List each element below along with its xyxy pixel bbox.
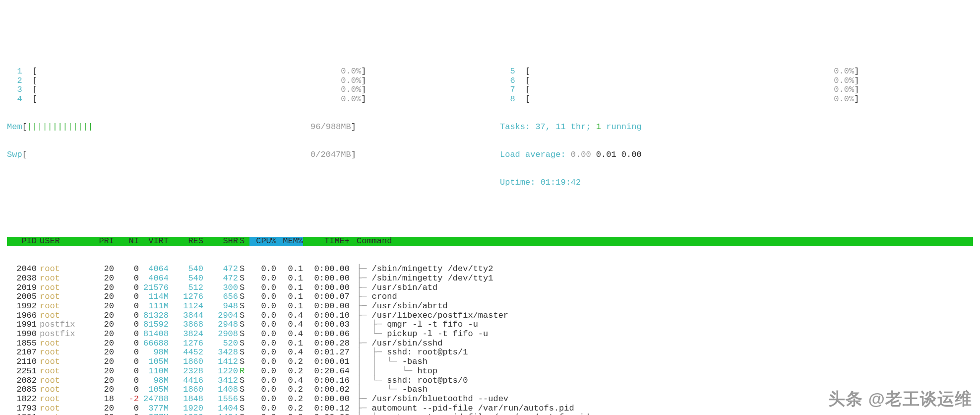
col-time[interactable]: TIME+ bbox=[303, 237, 350, 246]
swp-meter: Swp[ 0/2047MB] bbox=[7, 150, 480, 160]
col-user[interactable]: USER bbox=[37, 237, 89, 246]
table-row[interactable]: 1855root200666881276520S0.00.10:00.28├─ … bbox=[7, 339, 973, 348]
col-mem[interactable]: MEM% bbox=[276, 237, 303, 246]
table-row[interactable]: 1991postfix2008159238682948S0.00.40:00.0… bbox=[7, 320, 973, 330]
table-row[interactable]: 2019root20021576512300S0.00.10:00.00├─ /… bbox=[7, 283, 973, 293]
cpu-meter-2: 2 [ 0.0%] bbox=[7, 76, 480, 86]
table-row[interactable]: 1801root200377M19201404S0.00.20:00.00│ ├… bbox=[7, 413, 973, 415]
table-row[interactable]: 2085root200105M18601408S0.00.20:00.02│ └… bbox=[7, 385, 973, 395]
col-virt[interactable]: VIRT bbox=[139, 237, 169, 246]
table-row[interactable]: 1990postfix2008140838242908S0.00.40:00.0… bbox=[7, 330, 973, 339]
table-row[interactable]: 2040root2004064540472S0.00.10:00.00├─ /s… bbox=[7, 265, 973, 274]
table-row[interactable]: 2110root200105M18601412S0.00.20:00.01│ │… bbox=[7, 357, 973, 367]
cpu-meter-1: 1 [ 0.0%] bbox=[7, 67, 480, 76]
cpu-meter-3: 3 [ 0.0%] bbox=[7, 85, 480, 95]
table-row[interactable]: 1992root200111M1124948S0.00.10:00.00├─ /… bbox=[7, 302, 973, 311]
table-row[interactable]: 2251root200110M23281220R0.00.20:20.64│ │… bbox=[7, 367, 973, 376]
process-table-header[interactable]: PID USER PRI NI VIRT RES SHR S CPU% MEM%… bbox=[7, 237, 973, 246]
table-row[interactable]: 1966root2008132838442904S0.00.40:00.10├─… bbox=[7, 311, 973, 321]
col-cmd[interactable]: Command bbox=[350, 237, 973, 246]
col-pid[interactable]: PID bbox=[7, 237, 37, 246]
cpu-meter-5: 5 [ 0.0%] bbox=[500, 67, 973, 76]
tasks-line: Tasks: 37, 11 thr; 1 running bbox=[500, 123, 973, 132]
col-pri[interactable]: PRI bbox=[89, 237, 114, 246]
table-row[interactable]: 2107root20098M44523428S0.00.40:01.27│ ├─… bbox=[7, 348, 973, 357]
htop-meters: 1 [ 0.0%] 2 [ 0.0%] 3 [ bbox=[7, 48, 973, 206]
col-ni[interactable]: NI bbox=[114, 237, 139, 246]
uptime-line: Uptime: 01:19:42 bbox=[500, 178, 973, 188]
col-shr[interactable]: SHR bbox=[203, 237, 238, 246]
process-list[interactable]: 2040root2004064540472S0.00.10:00.00├─ /s… bbox=[7, 265, 973, 415]
table-row[interactable]: 2082root20098M44163412S0.00.40:00.16│ └─… bbox=[7, 376, 973, 386]
mem-meter: Mem[||||||||||||| 96/988MB] bbox=[7, 123, 480, 132]
cpu-meter-4: 4 [ 0.0%] bbox=[7, 95, 480, 104]
col-cpu[interactable]: CPU% bbox=[249, 237, 276, 246]
load-line: Load average: 0.00 0.01 0.00 bbox=[500, 150, 973, 160]
col-s[interactable]: S bbox=[238, 237, 249, 246]
table-row[interactable]: 1793root200377M19201404S0.00.20:00.12├─ … bbox=[7, 404, 973, 414]
col-res[interactable]: RES bbox=[169, 237, 203, 246]
cpu-meter-8: 8 [ 0.0%] bbox=[500, 95, 973, 104]
cpu-meter-6: 6 [ 0.0%] bbox=[500, 76, 973, 86]
table-row[interactable]: 1822root18-22478818481556S0.00.20:00.00├… bbox=[7, 395, 973, 404]
cpu-meter-7: 7 [ 0.0%] bbox=[500, 85, 973, 95]
table-row[interactable]: 2038root2004064540472S0.00.10:00.00├─ /s… bbox=[7, 274, 973, 283]
table-row[interactable]: 2005root200114M1276656S0.00.10:00.07├─ c… bbox=[7, 292, 973, 302]
